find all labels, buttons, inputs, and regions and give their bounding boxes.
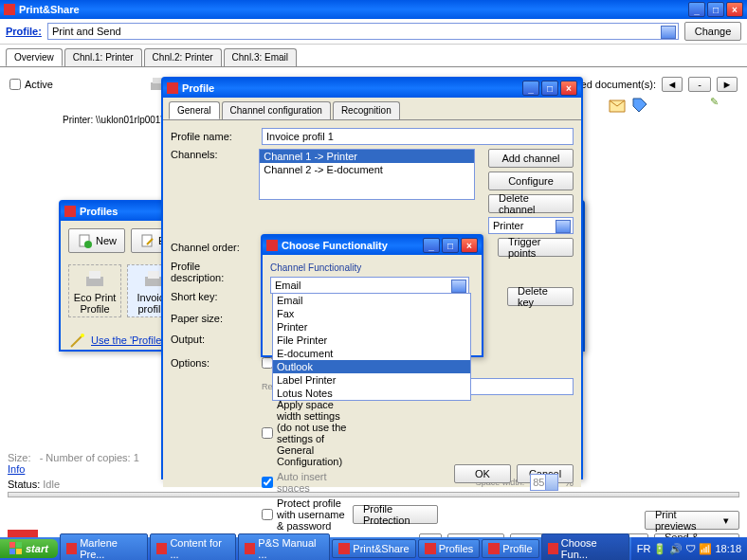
- svg-rect-11: [16, 542, 22, 548]
- app-icon: [488, 543, 500, 554]
- size-label: Size:: [8, 452, 30, 463]
- profile-min-button[interactable]: _: [522, 81, 539, 96]
- tray-icon[interactable]: 🔋: [653, 543, 666, 555]
- func-option[interactable]: Email: [273, 294, 470, 307]
- system-tray[interactable]: FR 🔋 🔊 🛡 📶 18:18: [631, 537, 747, 560]
- change-button[interactable]: Change: [684, 22, 741, 41]
- profile-dropdown[interactable]: Print and Send: [47, 23, 679, 40]
- trigger-points-button[interactable]: Trigger points: [498, 238, 574, 257]
- tab-recognition[interactable]: Recognition: [333, 101, 400, 119]
- task-item[interactable]: Profile: [482, 539, 538, 558]
- func-option[interactable]: Printer: [273, 320, 470, 334]
- app-titlebar: Print&Share _ □ ×: [0, 0, 747, 19]
- app-icon: [4, 4, 15, 15]
- channels-listbox[interactable]: Channel 1 -> Printer Channel 2 -> E-docu…: [259, 149, 475, 200]
- func-option[interactable]: Fax: [273, 307, 470, 320]
- task-item-active[interactable]: Choose Fun...: [541, 533, 629, 560]
- options-label: Options:: [171, 357, 256, 369]
- delete-key-button[interactable]: Delete key: [507, 287, 574, 306]
- tab-chnl2[interactable]: Chnl.2: Printer: [144, 48, 222, 66]
- app-icon: [425, 543, 436, 554]
- tag-icon: [630, 96, 649, 115]
- func-dropdown[interactable]: Email: [270, 277, 469, 294]
- envelope-icon: [608, 96, 627, 115]
- new-profile-button[interactable]: New: [68, 228, 125, 253]
- active-check-input[interactable]: [9, 79, 21, 90]
- svg-rect-10: [9, 542, 15, 548]
- tab-channel-config[interactable]: Channel configuration: [222, 101, 331, 119]
- pencil-doc-icon: [139, 233, 155, 248]
- nav-next-button[interactable]: ►: [717, 77, 738, 92]
- printer-dropdown[interactable]: Printer: [488, 217, 574, 234]
- func-max-button[interactable]: □: [442, 238, 459, 253]
- func-dropdown-list[interactable]: Email Fax Printer File Printer E-documen…: [272, 293, 471, 401]
- minimize-button[interactable]: _: [688, 2, 705, 17]
- profile-link[interactable]: Profile:: [6, 26, 42, 37]
- profile-close-button[interactable]: ×: [560, 81, 577, 96]
- func-option[interactable]: File Printer: [273, 334, 470, 347]
- choose-functionality-dialog: Choose Functionality _ □ × Channel Funct…: [261, 234, 483, 357]
- recog-input[interactable]: [460, 378, 574, 395]
- profile-dialog-icon: [167, 82, 178, 94]
- configure-button[interactable]: Configure: [488, 172, 574, 190]
- profile-protection-button[interactable]: Profile Protection: [353, 505, 438, 524]
- add-channel-button[interactable]: Add channel: [488, 149, 574, 168]
- windows-icon: [9, 542, 23, 555]
- progress-bar: [8, 492, 739, 497]
- close-button[interactable]: ×: [726, 2, 743, 17]
- svg-point-3: [84, 241, 92, 248]
- tab-general[interactable]: General: [169, 101, 220, 119]
- func-title: Choose Functionality: [282, 240, 419, 251]
- tab-chnl1[interactable]: Chnl.1: Printer: [64, 48, 142, 66]
- main-tabs: Overview Chnl.1: Printer Chnl.2: Printer…: [0, 45, 747, 67]
- profile-name-input[interactable]: [262, 128, 574, 145]
- profiles-icon: [64, 206, 76, 217]
- channel-row[interactable]: Channel 2 -> E-document: [260, 163, 474, 176]
- active-checkbox[interactable]: Active: [9, 79, 53, 90]
- output-label: Output:: [171, 334, 256, 345]
- protect-check[interactable]: Protect profile with username & password: [262, 497, 347, 532]
- func-option[interactable]: E-document: [273, 347, 470, 360]
- tab-overview[interactable]: Overview: [6, 48, 63, 66]
- status-value: Idle: [43, 479, 60, 490]
- delete-channel-button[interactable]: Delete channel: [488, 194, 574, 213]
- maximize-button[interactable]: □: [707, 2, 724, 17]
- func-option[interactable]: Label Printer: [273, 373, 470, 387]
- func-option[interactable]: Lotus Notes: [273, 387, 470, 400]
- tray-icon[interactable]: 🛡: [685, 543, 696, 554]
- nav-number: -: [688, 77, 711, 92]
- nav-prev-button[interactable]: ◄: [662, 77, 683, 92]
- task-item[interactable]: Print&Share: [332, 539, 415, 558]
- info-link[interactable]: Info: [8, 463, 25, 475]
- func-close-button[interactable]: ×: [461, 238, 478, 253]
- func-option[interactable]: Outlook: [273, 360, 470, 373]
- lang-indicator[interactable]: FR: [637, 543, 651, 554]
- tab-chnl3[interactable]: Chnl.3: Email: [224, 48, 297, 66]
- func-min-button[interactable]: _: [423, 238, 440, 253]
- tray-icon[interactable]: 📶: [699, 543, 712, 555]
- printer-doc-icon: [82, 267, 108, 290]
- shortkey-label: Short key:: [171, 291, 256, 302]
- svg-rect-12: [9, 549, 15, 554]
- channel-row[interactable]: Channel 1 -> Printer: [260, 150, 474, 163]
- func-icon: [266, 240, 278, 251]
- profile-dialog-title: Profile: [182, 82, 519, 94]
- print-previews-button[interactable]: Print previews ▾: [645, 511, 739, 530]
- app-icon: [548, 543, 558, 554]
- task-item[interactable]: Content for ...: [150, 533, 236, 560]
- profile-max-button[interactable]: □: [541, 81, 558, 96]
- tray-icon[interactable]: 🔊: [669, 543, 683, 555]
- start-button[interactable]: start: [0, 539, 58, 558]
- edit-icon[interactable]: ✎: [710, 96, 719, 115]
- task-item[interactable]: Profiles: [418, 539, 481, 558]
- task-item[interactable]: Marlene Pre...: [60, 533, 148, 560]
- clock[interactable]: 18:18: [715, 543, 741, 554]
- channels-label: Channels:: [171, 149, 253, 160]
- wand-icon: [68, 331, 87, 350]
- svg-rect-13: [16, 549, 22, 554]
- task-item[interactable]: P&S Manual ...: [238, 533, 330, 560]
- app-icon: [156, 543, 167, 554]
- taskbar: start Marlene Pre... Content for ... P&S…: [0, 537, 747, 560]
- svg-rect-8: [148, 271, 159, 279]
- profile-eco[interactable]: Eco Print Profile: [68, 264, 121, 317]
